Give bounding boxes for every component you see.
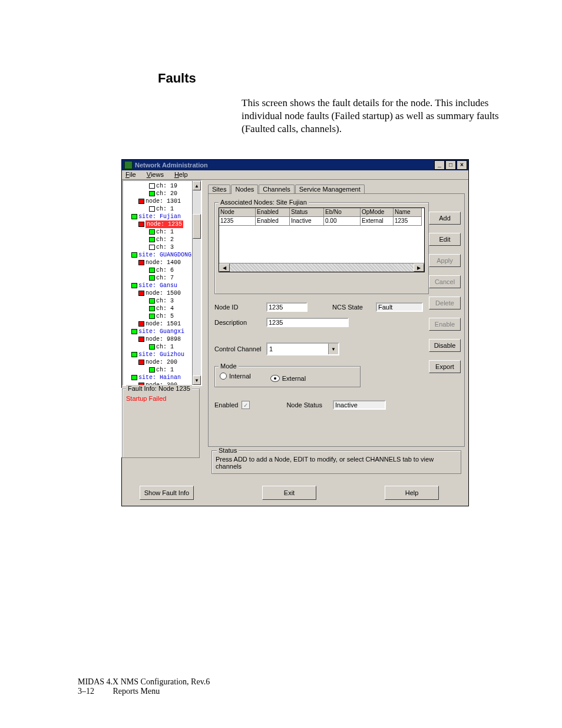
show-fault-info-button[interactable]: Show Fault Info bbox=[140, 486, 194, 500]
menu-help[interactable]: Help bbox=[174, 171, 188, 178]
tree-item[interactable]: site: Gansu bbox=[124, 282, 201, 289]
control-channel-select[interactable]: 1 ▼ bbox=[266, 342, 339, 355]
tree-item[interactable]: site: GUANGDONG bbox=[124, 251, 201, 259]
tree-item[interactable]: ch: 1 bbox=[124, 228, 201, 236]
enabled-checkbox[interactable]: ✓ bbox=[242, 401, 250, 409]
apply-button[interactable]: Apply bbox=[429, 254, 461, 267]
tree-node-icon bbox=[149, 245, 155, 250]
enable-button[interactable]: Enable bbox=[429, 318, 461, 331]
tab-service[interactable]: Service Management bbox=[295, 185, 365, 194]
associated-nodes-legend: Associated Nodes: Site Fujian bbox=[219, 199, 309, 206]
tree-item[interactable]: ch: 3 bbox=[124, 243, 201, 251]
tree-item[interactable]: site: Fujian bbox=[124, 213, 201, 220]
tree-item[interactable]: ch: 7 bbox=[124, 274, 201, 282]
chevron-down-icon[interactable]: ▼ bbox=[328, 344, 338, 354]
mode-external-radio[interactable]: External bbox=[270, 375, 306, 382]
tree-item[interactable]: node: 9898 bbox=[124, 335, 201, 343]
tree-node-icon bbox=[131, 329, 137, 334]
tree-item[interactable]: ch: 3 bbox=[124, 297, 201, 305]
tree-item[interactable]: ch: 1 bbox=[124, 343, 201, 351]
tree-item[interactable]: ch: 1 bbox=[124, 366, 201, 374]
tree-item-label: node: 1301 bbox=[146, 197, 181, 205]
control-channel-value: 1 bbox=[267, 344, 328, 354]
tree-item-label: node: 1235 bbox=[146, 220, 183, 228]
menu-views[interactable]: Views bbox=[147, 171, 164, 178]
help-button[interactable]: Help bbox=[385, 486, 439, 500]
control-channel-label: Control Channel bbox=[214, 345, 263, 353]
table-row[interactable]: 1235 Enabled Inactive 0.00 External 1235 bbox=[219, 217, 424, 226]
exit-button[interactable]: Exit bbox=[262, 486, 316, 500]
table-hscrollbar[interactable]: ◀ ▶ bbox=[219, 263, 424, 272]
tree-item[interactable]: ch: 4 bbox=[124, 305, 201, 312]
enabled-label: Enabled bbox=[214, 401, 238, 409]
tree-item-label: site: Guizhou bbox=[138, 351, 184, 358]
col-opmode[interactable]: OpMode bbox=[361, 208, 394, 217]
tree-node-icon bbox=[131, 352, 137, 357]
tab-sites[interactable]: Sites bbox=[208, 185, 230, 194]
tree-item-label: site: Guangxi bbox=[138, 328, 184, 335]
minimize-button[interactable]: _ bbox=[434, 160, 445, 170]
col-node[interactable]: Node bbox=[219, 208, 256, 217]
scroll-down-icon[interactable]: ▼ bbox=[193, 375, 201, 385]
associated-nodes-group: Associated Nodes: Site Fujian Node Enabl… bbox=[214, 202, 429, 294]
col-status[interactable]: Status bbox=[290, 208, 324, 217]
tree-node-icon bbox=[149, 344, 155, 350]
scroll-left-icon[interactable]: ◀ bbox=[219, 263, 230, 272]
tree-item[interactable]: site: Guizhou bbox=[124, 351, 201, 358]
close-button[interactable]: × bbox=[457, 160, 467, 170]
tree-item-label: node: 1501 bbox=[146, 320, 181, 328]
tree-item[interactable]: ch: 1 bbox=[124, 205, 201, 213]
tree-item[interactable]: node: 1235 bbox=[124, 220, 201, 228]
tree-item[interactable]: node: 1301 bbox=[124, 197, 201, 205]
tree-node-icon bbox=[149, 367, 155, 373]
footer-section: Reports Menu bbox=[113, 687, 160, 696]
tree-item[interactable]: node: 1501 bbox=[124, 320, 201, 328]
description-field[interactable]: 1235 bbox=[266, 318, 349, 327]
tree-node-icon bbox=[138, 337, 144, 342]
associated-nodes-table[interactable]: Node Enabled Status Eb/No OpMode Name 12… bbox=[219, 207, 425, 272]
tree-item-label: ch: 5 bbox=[156, 312, 174, 320]
tree-scrollbar[interactable]: ▲ ▼ bbox=[192, 181, 201, 385]
tree-item-label: ch: 1 bbox=[156, 228, 174, 236]
tree-item[interactable]: ch: 5 bbox=[124, 312, 201, 320]
tab-body: Associated Nodes: Site Fujian Node Enabl… bbox=[208, 193, 465, 447]
tree-item-label: ch: 1 bbox=[156, 205, 174, 213]
scroll-up-icon[interactable]: ▲ bbox=[193, 181, 201, 190]
add-button[interactable]: Add bbox=[429, 212, 461, 225]
fault-info-group: Fault Info: Node 1235 Startup Failed bbox=[122, 388, 200, 458]
tree-item[interactable]: node: 1500 bbox=[124, 289, 201, 297]
mode-external-label: External bbox=[282, 375, 306, 382]
radio-icon bbox=[220, 373, 227, 380]
menu-file[interactable]: File bbox=[125, 171, 136, 178]
col-enabled[interactable]: Enabled bbox=[256, 208, 290, 217]
node-id-field[interactable]: 1235 bbox=[266, 302, 308, 312]
export-button[interactable]: Export bbox=[429, 360, 461, 373]
tab-nodes[interactable]: Nodes bbox=[231, 185, 258, 194]
edit-button[interactable]: Edit bbox=[429, 233, 461, 246]
maximize-button[interactable]: □ bbox=[445, 160, 456, 170]
tree-item[interactable]: site: Hainan bbox=[124, 374, 201, 381]
col-ebno[interactable]: Eb/No bbox=[324, 208, 361, 217]
mode-internal-radio[interactable]: Internal bbox=[220, 373, 251, 380]
scroll-right-icon[interactable]: ▶ bbox=[414, 263, 424, 272]
tab-channels[interactable]: Channels bbox=[259, 185, 294, 194]
delete-button[interactable]: Delete bbox=[429, 297, 461, 309]
tree-item[interactable]: node: 200 bbox=[124, 358, 201, 366]
tree-item[interactable]: ch: 20 bbox=[124, 190, 201, 197]
tree-item-label: ch: 2 bbox=[156, 236, 174, 243]
tree-item-label: ch: 19 bbox=[156, 182, 177, 190]
disable-button[interactable]: Disable bbox=[429, 339, 461, 352]
tree-item[interactable]: site: Guangxi bbox=[124, 328, 201, 335]
tree-item[interactable]: node: 1400 bbox=[124, 259, 201, 266]
tree-view[interactable]: ch: 19ch: 20node: 1301ch: 1site: Fujiann… bbox=[122, 180, 202, 386]
app-icon bbox=[124, 161, 133, 169]
tree-item[interactable]: ch: 2 bbox=[124, 236, 201, 243]
col-name[interactable]: Name bbox=[394, 208, 422, 217]
app-window: Network Administration _ □ × File Views … bbox=[121, 159, 469, 506]
side-button-stack: Add Edit Apply Cancel Delete Enable Disa… bbox=[429, 212, 461, 373]
tree-item[interactable]: ch: 6 bbox=[124, 266, 201, 274]
titlebar[interactable]: Network Administration _ □ × bbox=[122, 160, 468, 170]
scroll-thumb[interactable] bbox=[193, 214, 201, 239]
cancel-button[interactable]: Cancel bbox=[429, 275, 461, 288]
tree-item[interactable]: ch: 19 bbox=[124, 182, 201, 190]
